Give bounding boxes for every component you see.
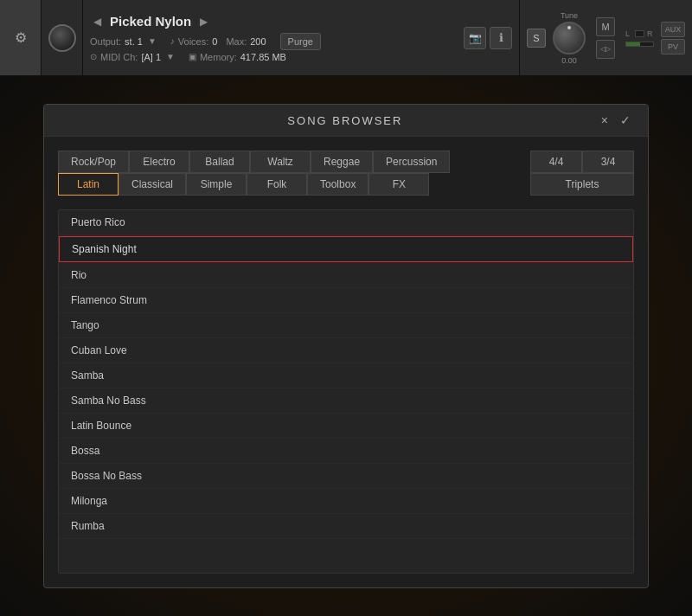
memory-value: 417.85 MB xyxy=(240,52,286,62)
list-item[interactable]: Rumba xyxy=(59,514,633,539)
confirm-icon[interactable]: ✓ xyxy=(617,113,634,127)
dialog-body: Rock/Pop Electro Ballad Waltz Reggae Per… xyxy=(44,137,648,587)
tune-value: 0.00 xyxy=(561,56,577,65)
tab-spacer-1 xyxy=(450,151,530,173)
settings-area[interactable]: ⚙ xyxy=(0,0,42,75)
tab-spacer-2 xyxy=(429,173,530,196)
memory-icon: ▣ xyxy=(189,52,196,61)
top-bar: ⚙ ◀ Picked Nylon ▶ Output: st. 1 ▼ ♪ Voi… xyxy=(0,0,692,76)
tab-triplets[interactable]: Triplets xyxy=(530,173,634,196)
top-icons: 📷 ℹ xyxy=(457,0,519,75)
close-icon[interactable]: × xyxy=(598,113,612,127)
output-dropdown[interactable]: ▼ xyxy=(148,36,157,46)
aux-button[interactable]: AUX xyxy=(661,22,685,37)
tab-waltz[interactable]: Waltz xyxy=(250,151,311,173)
level-slider[interactable] xyxy=(625,42,654,47)
knob-indicator xyxy=(567,26,571,29)
list-item[interactable]: Cuban Love xyxy=(59,338,633,363)
tab-rock-pop[interactable]: Rock/Pop xyxy=(58,151,129,173)
dialog-header: SONG BROWSER × ✓ xyxy=(44,105,648,137)
list-item[interactable]: Bossa No Bass xyxy=(59,464,633,489)
dialog-title: SONG BROWSER xyxy=(93,114,598,127)
list-item[interactable]: Spanish Night xyxy=(59,236,633,262)
max-value: 200 xyxy=(250,36,266,47)
midi-icon: ⊙ xyxy=(90,52,97,61)
tab-classical[interactable]: Classical xyxy=(119,173,186,196)
dialog-close-buttons: × ✓ xyxy=(598,113,634,127)
tab-toolbox[interactable]: Toolbox xyxy=(307,173,368,196)
midi-dropdown[interactable]: ▼ xyxy=(166,52,175,61)
right-panel: S Tune 0.00 M ◁▷ L R xyxy=(519,0,692,75)
tab-electro[interactable]: Electro xyxy=(129,151,189,173)
left-meter-bar xyxy=(635,30,644,37)
aux-pv-buttons: AUX PV xyxy=(661,22,685,55)
tab-row-1: Rock/Pop Electro Ballad Waltz Reggae Per… xyxy=(58,151,634,173)
tab-folk[interactable]: Folk xyxy=(247,173,307,196)
list-item[interactable]: Rio xyxy=(59,263,633,288)
midi-value: [A] 1 xyxy=(141,52,161,62)
nav-left-arrow[interactable]: ◀ xyxy=(90,14,105,29)
gear-icon: ⚙ xyxy=(15,29,27,46)
m-button[interactable]: M xyxy=(596,17,615,36)
list-item[interactable]: Milonga xyxy=(59,489,633,514)
instrument-header: ◀ Picked Nylon ▶ Output: st. 1 ▼ ♪ Voice… xyxy=(83,0,457,75)
camera-icon[interactable]: 📷 xyxy=(464,27,486,49)
tab-34[interactable]: 3/4 xyxy=(582,151,634,173)
tab-rows: Rock/Pop Electro Ballad Waltz Reggae Per… xyxy=(58,151,634,196)
midi-label: MIDI Ch: xyxy=(100,52,138,62)
tab-simple[interactable]: Simple xyxy=(186,173,247,196)
song-list[interactable]: Puerto Rico Spanish Night Rio Flamenco S… xyxy=(58,209,634,574)
main-area: SONG BROWSER × ✓ Rock/Pop Electro Ballad… xyxy=(0,76,692,616)
tab-row-2: Latin Classical Simple Folk Toolbox FX T… xyxy=(58,173,634,196)
tab-percussion[interactable]: Percussion xyxy=(373,151,450,173)
s-button[interactable]: S xyxy=(527,29,546,48)
max-label: Max: xyxy=(226,36,247,47)
nav-right-arrow[interactable]: ▶ xyxy=(196,14,211,29)
logo-icon xyxy=(48,24,76,52)
voices-icon: ♪ xyxy=(170,36,175,46)
purge-button[interactable]: Purge xyxy=(280,33,321,50)
output-label: Output: xyxy=(90,36,121,47)
tune-knob-container: Tune 0.00 xyxy=(553,11,586,65)
list-item[interactable]: Samba xyxy=(59,363,633,388)
pv-button[interactable]: PV xyxy=(661,39,685,55)
list-item[interactable]: Puerto Rico xyxy=(59,210,633,235)
tab-44[interactable]: 4/4 xyxy=(530,151,582,173)
list-item[interactable]: Bossa xyxy=(59,439,633,464)
tune-label: Tune xyxy=(561,11,578,20)
song-browser-dialog: SONG BROWSER × ✓ Rock/Pop Electro Ballad… xyxy=(43,104,649,588)
tune-knob[interactable] xyxy=(553,22,586,55)
tab-fx[interactable]: FX xyxy=(368,173,429,196)
stereo-icon: ◁▷ xyxy=(600,45,611,53)
tab-reggae[interactable]: Reggae xyxy=(311,151,373,173)
list-item[interactable]: Latin Bounce xyxy=(59,414,633,439)
right-meter-label: R xyxy=(647,29,654,38)
stereo-button[interactable]: ◁▷ xyxy=(596,40,615,59)
memory-label: Memory: xyxy=(200,52,237,62)
instrument-name: Picked Nylon xyxy=(110,14,191,29)
info-icon[interactable]: ℹ xyxy=(490,27,512,49)
voices-label: Voices: xyxy=(178,36,208,47)
voices-value: 0 xyxy=(212,36,217,47)
level-meters: L R xyxy=(625,29,654,47)
tab-latin[interactable]: Latin xyxy=(58,173,119,196)
list-item[interactable]: Flamenco Strum xyxy=(59,288,633,313)
left-meter-label: L xyxy=(625,29,632,38)
list-item[interactable]: Tango xyxy=(59,313,633,338)
tab-ballad[interactable]: Ballad xyxy=(189,151,250,173)
output-value: st. 1 xyxy=(125,36,143,47)
list-item[interactable]: Samba No Bass xyxy=(59,388,633,414)
